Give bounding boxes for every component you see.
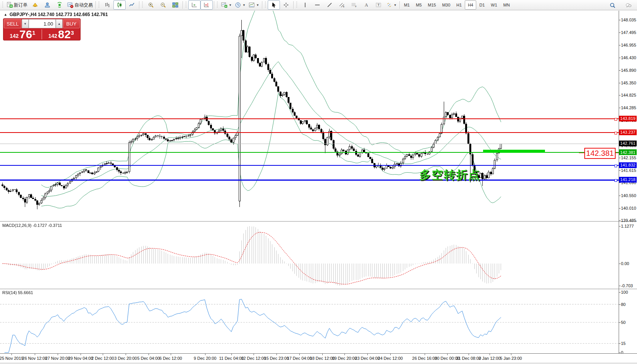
price-tick (619, 83, 621, 83)
time-tick (35, 354, 35, 355)
price-tick (619, 158, 621, 158)
fibonacci-button[interactable]: F (348, 0, 360, 10)
periods-button[interactable]: ▼ (233, 0, 247, 10)
timeframe-m1-button[interactable]: M1 (401, 0, 413, 10)
macd-canvas[interactable] (0, 222, 619, 289)
svg-text:A: A (365, 2, 368, 8)
tile-windows-button[interactable] (169, 0, 181, 10)
chat-button[interactable] (622, 1, 635, 10)
equidistant-channel-button[interactable]: E (336, 0, 348, 10)
line-chart-button[interactable] (126, 0, 138, 10)
horizontal-line-button[interactable] (311, 0, 323, 10)
toolbar-right (606, 1, 635, 10)
price-tick (619, 20, 621, 20)
trendline-button[interactable] (323, 0, 336, 10)
timeframe-d1-button[interactable]: D1 (476, 0, 488, 10)
terminal-button[interactable] (41, 0, 53, 10)
trendline-icon (327, 2, 333, 8)
chat-icon (626, 2, 632, 8)
collapse-triangle-icon[interactable]: ▲ (4, 13, 7, 16)
autotrading-button[interactable]: 自动交易 (66, 0, 94, 10)
toolbar-separator (293, 1, 294, 9)
buy-price-small: 142 (48, 33, 57, 39)
timeframe-w1-button[interactable]: W1 (488, 0, 500, 10)
zoom-out-icon (160, 2, 166, 8)
hline-anchor-marker[interactable] (614, 165, 617, 167)
text-button[interactable]: A (360, 0, 372, 10)
arrows-button[interactable]: ▼ (385, 0, 398, 10)
candlestick-chart-button[interactable] (113, 0, 126, 10)
indicators-button[interactable]: ▼ (220, 0, 233, 10)
price-chart-canvas[interactable] (0, 11, 619, 221)
price-tick (619, 70, 621, 71)
svg-text:T: T (377, 3, 380, 7)
volume-input[interactable]: 1.00 (29, 19, 56, 28)
rsi-scale-label: 80 (621, 302, 626, 307)
timeframe-h1-button[interactable]: H1 (453, 0, 465, 10)
price-tick (619, 58, 621, 58)
time-label: 9 Dec 20:00 (194, 356, 216, 361)
auto-scroll-button[interactable] (188, 0, 200, 10)
pivot-highlight-bar[interactable] (483, 150, 545, 153)
hline-anchor-marker[interactable] (614, 179, 617, 182)
rsi-scale-label: 15 (621, 341, 626, 346)
time-tick (11, 354, 12, 355)
zoom-in-button[interactable] (145, 0, 157, 10)
price-badge-143.819: 143.819 (619, 116, 637, 121)
rsi-canvas[interactable] (0, 290, 619, 353)
buy-button[interactable]: BUY (63, 19, 80, 28)
cursor-button[interactable] (268, 0, 280, 10)
volume-increase-button[interactable]: ▲ (56, 19, 62, 28)
text-label-button[interactable]: T (372, 0, 385, 10)
price-tick-label: 144.825 (621, 93, 636, 97)
price-chart-pane[interactable] (0, 11, 619, 221)
toolbar-separator (399, 1, 400, 9)
chart-annotation-text[interactable]: 多空转折点 (419, 167, 480, 183)
buy-price[interactable]: 142 82 3 (42, 29, 80, 40)
timeframe-mn-button[interactable]: MN (500, 0, 513, 10)
zoom-out-button[interactable] (157, 0, 169, 10)
buy-price-big: 82 (58, 29, 71, 40)
sell-button[interactable]: SELL (4, 19, 21, 28)
terminal-icon (44, 2, 50, 8)
new-order-button[interactable]: 新订单 (5, 0, 29, 10)
search-button[interactable] (606, 1, 619, 10)
horizontal-line-141.832[interactable] (0, 165, 619, 166)
chart-shift-button[interactable] (200, 0, 213, 10)
time-tick (276, 354, 277, 355)
price-tick-label: 139.485 (621, 218, 636, 223)
signals-button[interactable] (53, 0, 66, 10)
timeframe-h4-button[interactable]: H4 (465, 0, 476, 10)
horizontal-line-142.761[interactable] (0, 144, 619, 144)
toolbar-grip (296, 2, 298, 8)
price-label-box[interactable]: 142.381 (584, 148, 616, 159)
horizontal-line-143.819[interactable] (0, 118, 619, 119)
time-label: 11 Dec 04:00 (219, 356, 244, 361)
hline-anchor-marker[interactable] (614, 118, 617, 121)
horizontal-line-143.237[interactable] (0, 132, 619, 133)
horizontal-line-141.218[interactable] (0, 180, 619, 181)
price-tick-label: 147.495 (621, 30, 636, 35)
time-tick (490, 354, 490, 355)
bar-chart-button[interactable] (101, 0, 113, 10)
symbol-ohlc-text: GBPJPY-,H4 142.740 142.773 142.665 142.7… (10, 12, 108, 17)
time-axis[interactable]: 25 Nov 201926 Nov 12:0027 Nov 20:0029 No… (0, 353, 637, 362)
rsi-pane[interactable] (0, 290, 619, 353)
hline-anchor-marker[interactable] (614, 132, 617, 134)
macd-pane[interactable] (0, 222, 619, 289)
metaeditor-button[interactable] (29, 0, 41, 10)
timeframe-m30-button[interactable]: M30 (439, 0, 453, 10)
sell-price[interactable]: 142 76 1 (3, 29, 42, 40)
toolbar-separator (262, 1, 262, 9)
timeframe-m15-button[interactable]: M15 (425, 0, 439, 10)
price-tick (619, 183, 621, 183)
vertical-line-button[interactable] (299, 0, 311, 10)
crosshair-button[interactable] (280, 0, 292, 10)
templates-button[interactable]: ▼ (247, 0, 261, 10)
equidistant-channel-icon: E (339, 2, 345, 8)
crosshair-icon (283, 2, 289, 8)
volume-decrease-button[interactable]: ▼ (22, 19, 28, 28)
vertical-line-icon (302, 2, 308, 8)
timeframe-m5-button[interactable]: M5 (413, 0, 425, 10)
macd-scale-label: -0.703 (621, 283, 633, 288)
